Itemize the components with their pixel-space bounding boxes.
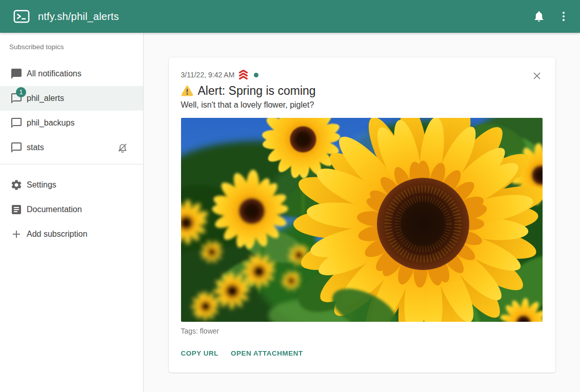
appbar-actions <box>530 7 573 26</box>
topic-icon-with-badge: 1 <box>10 92 23 105</box>
chat-bubble-outline-icon <box>10 141 23 154</box>
topics-list: All notifications 1 phil_alerts <box>0 61 143 160</box>
copy-url-button[interactable]: COPY URL <box>177 344 223 362</box>
notification-tags: Tags: flower <box>181 326 543 336</box>
bell-icon[interactable] <box>530 7 548 26</box>
sidebar: Subscribed topics All notifications <box>0 33 144 392</box>
sidebar-item-stats[interactable]: stats <box>0 135 143 160</box>
kebab-menu-icon[interactable] <box>554 7 573 26</box>
sidebar-item-add-subscription[interactable]: Add subscription <box>0 222 143 246</box>
sidebar-item-phil-alerts[interactable]: 1 phil_alerts <box>0 86 143 111</box>
sunflower-photo <box>181 118 543 322</box>
sidebar-item-documentation[interactable]: Documentation <box>0 197 143 222</box>
chat-bubble-outline-icon <box>10 117 23 129</box>
attachment-image[interactable] <box>181 118 543 322</box>
app-title: ntfy.sh/phil_alerts <box>38 11 119 23</box>
gear-icon <box>10 179 23 191</box>
close-icon[interactable] <box>531 70 543 82</box>
sidebar-item-label: Settings <box>27 180 56 190</box>
plus-icon <box>10 228 23 240</box>
sidebar-item-all-notifications[interactable]: All notifications <box>0 61 143 86</box>
open-attachment-button[interactable]: OPEN ATTACHMENT <box>227 344 307 362</box>
sidebar-item-phil-backups[interactable]: phil_backups <box>0 111 143 135</box>
notification-body: Well, isn't that a lovely flower, piglet… <box>181 99 543 111</box>
chat-bubble-filled-icon <box>10 68 23 80</box>
sidebar-item-label: phil_alerts <box>27 94 64 103</box>
notification-card: 3/11/22, 9:42 AM <box>169 57 555 373</box>
subscribed-topics-label: Subscribed topics <box>0 33 143 61</box>
sidebar-divider <box>0 164 143 164</box>
new-notification-dot <box>254 73 258 77</box>
sidebar-item-label: All notifications <box>27 69 82 78</box>
sidebar-item-label: stats <box>27 143 44 152</box>
notification-timestamp: 3/11/22, 9:42 AM <box>181 71 235 79</box>
app-bar: ntfy.sh/phil_alerts <box>0 0 580 33</box>
priority-high-icon <box>237 70 249 80</box>
unread-count-badge: 1 <box>16 87 26 97</box>
sidebar-item-settings[interactable]: Settings <box>0 173 143 197</box>
sidebar-item-label: Documentation <box>27 205 82 214</box>
main-content: 3/11/22, 9:42 AM <box>144 33 580 392</box>
sidebar-menu: Settings Documentation Add subscription <box>0 169 143 246</box>
notification-actions: COPY URL OPEN ATTACHMENT <box>177 344 543 362</box>
notification-meta: 3/11/22, 9:42 AM <box>181 70 543 80</box>
notification-title: Alert: Spring is coming <box>198 84 316 98</box>
sidebar-item-label: Add subscription <box>27 230 87 239</box>
terminal-icon <box>13 8 30 25</box>
warning-icon <box>181 85 193 96</box>
bell-off-icon <box>116 141 129 154</box>
document-icon <box>10 203 23 216</box>
notification-title-row: Alert: Spring is coming <box>181 83 543 98</box>
sidebar-item-label: phil_backups <box>27 118 74 128</box>
